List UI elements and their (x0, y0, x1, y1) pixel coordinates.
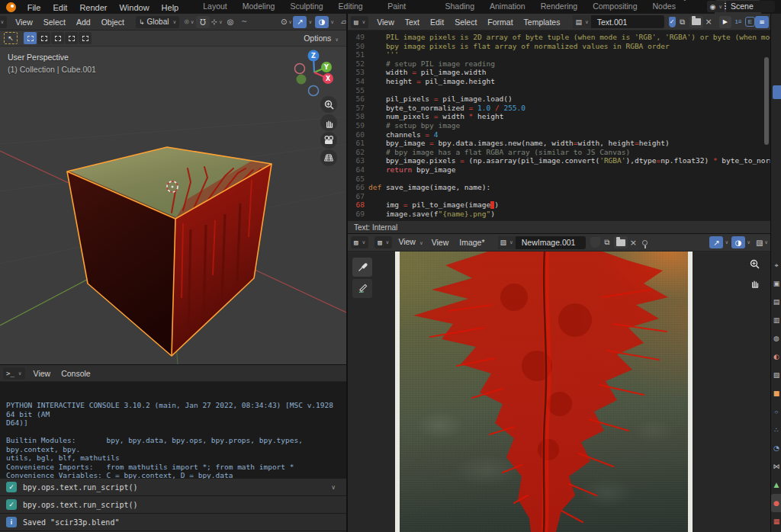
properties-tab-output[interactable]: ▤ (771, 293, 781, 311)
syntax-highlight-toggle[interactable]: E (745, 17, 755, 27)
chevron-down-icon[interactable]: ∨ (330, 19, 334, 25)
transform-orientation-dropdown[interactable]: ↳ Global ∨ (136, 16, 179, 28)
viewport-menu-view[interactable]: View (10, 18, 38, 27)
chevron-down-icon[interactable]: ∨ (747, 239, 750, 245)
image-overlays-toggle[interactable]: ◑ (731, 236, 745, 248)
pan-button[interactable] (320, 114, 337, 131)
tab-sculpting[interactable]: Sculpting (282, 0, 330, 14)
show-object-types-dropdown[interactable]: ⊙ ∨ (279, 16, 293, 28)
text-menu-format[interactable]: Format (482, 18, 518, 27)
properties-tab-material[interactable]: ● (771, 494, 781, 512)
properties-tab-physics[interactable]: ◔ (771, 439, 781, 457)
image-browse-button[interactable]: ▨ ∨ (498, 236, 516, 249)
run-script-button[interactable]: ▶ (719, 16, 731, 28)
annotate-tool-button[interactable] (352, 279, 372, 298)
console-menu-view[interactable]: View (28, 369, 56, 378)
options-dropdown[interactable]: Options ∨ (304, 34, 339, 43)
text-menu-templates[interactable]: Templates (519, 18, 566, 27)
tab-texture-paint[interactable]: Texture Paint (380, 0, 437, 14)
unlink-image-button[interactable]: × (628, 238, 639, 248)
properties-tab-tool[interactable]: ⌖ (771, 256, 781, 274)
menu-file[interactable]: File (21, 3, 47, 12)
code-area[interactable]: 49 PIL image pixels is 2D array of byte … (348, 30, 770, 220)
perspective-toggle-button[interactable] (320, 149, 337, 166)
text-editor-scrollbar[interactable] (764, 57, 769, 145)
menu-render[interactable]: Render (73, 3, 113, 12)
text-browse-button[interactable]: ▤ ∨ (573, 15, 590, 28)
gizmo-neg-z-axis[interactable] (309, 86, 319, 96)
report-row[interactable]: iSaved "scir33p.blend" (0, 514, 346, 530)
select-mode-intersect-button[interactable] (79, 32, 92, 44)
menu-edit[interactable]: Edit (47, 3, 73, 12)
pin-icon[interactable] (642, 240, 648, 245)
gizmos-toggle[interactable]: ↗ (293, 16, 307, 28)
image-menu-view[interactable]: View (426, 238, 455, 247)
console-body[interactable]: PYTHON INTERACTIVE CONSOLE 3.10.2 (main,… (0, 382, 346, 479)
select-mode-invert-button[interactable] (65, 32, 78, 44)
zoom-button[interactable] (320, 96, 337, 113)
properties-tab-collection[interactable]: ▧ (771, 366, 781, 384)
report-row[interactable]: ✓bpy.ops.text.run_script()∨ (0, 479, 346, 495)
tab-modeling[interactable]: Modeling (235, 0, 283, 14)
image-editor-canvas[interactable] (348, 252, 770, 532)
properties-tab-texture[interactable]: ▦ (771, 512, 781, 530)
viewport-canvas[interactable]: Z Y X User Perspective (1) Collection | … (0, 46, 346, 365)
open-text-button[interactable] (689, 16, 703, 28)
tab-geometry-nodes[interactable]: Geometry Nodes (645, 0, 715, 14)
new-text-button[interactable]: ⧉ (676, 16, 689, 28)
chevron-down-icon[interactable]: ∨ (331, 484, 336, 491)
text-menu-edit[interactable]: Edit (425, 18, 449, 27)
text-menu-select[interactable]: Select (449, 18, 482, 27)
new-image-button[interactable]: ⧉ (600, 236, 614, 248)
tab-layout[interactable]: Layout (195, 0, 235, 14)
proportional-editing-toggle[interactable]: ◎ (223, 16, 237, 28)
navigation-gizmo[interactable]: Z Y X (295, 50, 334, 96)
menu-help[interactable]: Help (156, 3, 185, 12)
cube-object[interactable] (67, 147, 272, 356)
menu-window[interactable]: Window (113, 3, 155, 12)
active-tool-select-box-button[interactable]: ↖ (4, 32, 18, 44)
pivot-point-dropdown[interactable]: ⌾ ∨ (182, 16, 196, 28)
scene-name-field[interactable]: Scene (726, 1, 775, 12)
select-mode-set-button[interactable] (24, 32, 37, 44)
viewport-menu-select[interactable]: Select (38, 18, 71, 27)
viewport-menu-add[interactable]: Add (71, 18, 96, 27)
image-gizmos-toggle[interactable]: ↗ (709, 236, 723, 248)
tab-rendering[interactable]: Rendering (533, 0, 585, 14)
viewport-editor-type-button[interactable]: ▧ ∨ (0, 16, 7, 28)
gizmo-neg-y-axis[interactable] (297, 75, 307, 85)
tab-shading[interactable]: Shading (437, 0, 482, 14)
word-wrap-toggle[interactable]: ≡ (755, 16, 769, 28)
properties-tab-modifiers[interactable]: ⌔ (771, 402, 781, 421)
console-editor-type-button[interactable]: >_ ∨ (3, 367, 25, 380)
viewport-menu-object[interactable]: Object (96, 18, 130, 27)
snap-target-dropdown[interactable]: ⊹ ∨ (210, 16, 223, 28)
properties-tab-particles[interactable]: ∴ (771, 421, 781, 439)
region-divider-vertical[interactable] (346, 14, 348, 532)
region-divider-horizontal-right[interactable] (348, 233, 770, 234)
select-mode-extend-button[interactable] (37, 32, 50, 44)
properties-tab-scene[interactable]: ◍ (771, 329, 781, 348)
image-mode-label[interactable]: View ∨ (395, 233, 426, 252)
image-editor-type-button[interactable]: ▨ ∨ (351, 236, 368, 248)
blender-logo-icon[interactable] (6, 2, 16, 12)
fake-user-shield-button[interactable]: ✓ (669, 17, 676, 27)
image-fake-user-button[interactable] (590, 237, 600, 248)
properties-tab-world[interactable]: ◐ (771, 348, 781, 366)
gizmo-neg-x-axis[interactable] (295, 64, 305, 74)
tab-uv-editing[interactable]: UV Editing (331, 0, 381, 14)
text-editor-type-button[interactable]: ▤ ∨ (351, 16, 368, 28)
scene-browse-button[interactable]: ◉ ∨ (707, 1, 725, 12)
text-menu-text[interactable]: Text (400, 18, 425, 27)
console-menu-console[interactable]: Console (56, 369, 96, 378)
unlink-text-button[interactable]: × (703, 17, 715, 27)
camera-view-button[interactable] (320, 132, 337, 149)
tab-compositing[interactable]: Compositing (585, 0, 644, 14)
chevron-down-icon[interactable]: ∨ (308, 19, 312, 25)
properties-tab-view-layer[interactable]: ▥ (771, 311, 781, 329)
open-image-button[interactable] (614, 236, 628, 248)
image-zoom-button[interactable] (746, 255, 763, 272)
properties-tab-constraints[interactable]: ⋈ (771, 457, 781, 476)
properties-tab-object-data[interactable]: ▲ (771, 476, 781, 494)
display-channels-dropdown[interactable]: ▨ ∨ (755, 236, 769, 248)
